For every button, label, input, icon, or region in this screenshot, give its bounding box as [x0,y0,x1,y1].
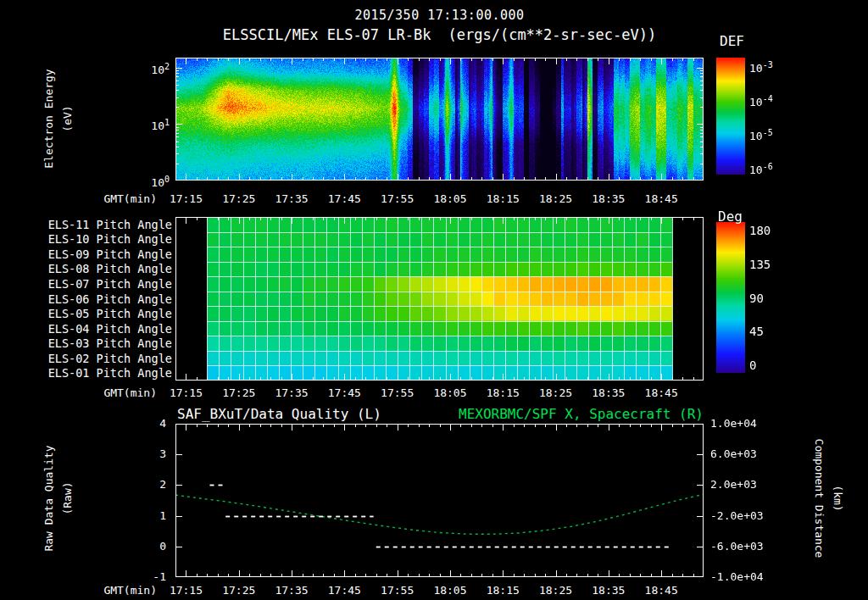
energy-tick-label: 101 [129,116,170,133]
pitch-row-label: ELS-10 Pitch Angle [47,232,172,246]
time-tick-label: 17:25 [218,386,260,400]
electron-energy-axis-units: (eV) [61,105,74,131]
time-tick-label: 17:45 [323,584,365,597]
pitch-row-label: ELS-05 Pitch Angle [47,307,172,320]
electron-energy-axis-label: Electron Energy [42,69,55,168]
time-tick-label: 18:45 [640,192,682,206]
datetime-title: 2015/350 17:13:00.000 [175,8,704,23]
time-tick-label: 17:15 [164,386,207,400]
deg-colorbar-tick-label: 90 [749,292,764,305]
raw-quality-tick-label: -1 [125,570,166,584]
time-tick-label: 17:55 [376,584,419,597]
time-tick-label: 18:05 [429,584,471,597]
spectrogram-title-text: ELSSCIL/MEx ELS-07 LR-Bk [223,26,431,43]
electron-spectrogram-canvas [175,58,704,181]
deg-colorbar-tick-label: 135 [749,258,771,271]
time-tick-label: 18:35 [587,386,630,400]
pitch-row-label: ELS-07 Pitch Angle [47,277,172,291]
time-tick-label: 17:15 [164,192,207,206]
def-colorbar-tick-label: 10-6 [749,160,773,177]
deg-colorbar-tick-label: 45 [749,325,764,338]
gmt-label-panel3: GMT(min) [93,584,157,597]
time-tick-label: 17:35 [270,192,313,206]
time-tick-label: 18:35 [587,192,630,206]
time-tick-label: 18:45 [640,584,682,597]
raw-quality-tick-label: 0 [125,540,166,553]
spectrogram-units-text: (ergs/(cm**2-sr-sec-eV)) [448,26,657,43]
time-tick-label: 18:15 [481,584,524,597]
time-tick-label: 18:45 [640,386,682,400]
raw-quality-tick-label: 2 [125,478,166,492]
time-tick-label: 17:45 [323,386,365,400]
raw-quality-tick-label: 1 [125,509,166,523]
deg-colorbar-tick-label: 0 [749,358,756,372]
time-tick-label: 18:15 [481,386,524,400]
time-tick-label: 18:35 [587,584,630,597]
time-tick-label: 18:05 [429,386,471,400]
time-tick-label: 18:25 [535,386,577,400]
time-tick-label: 17:35 [270,584,313,597]
pitch-row-label: ELS-02 Pitch Angle [47,352,172,365]
raw-quality-axis-units: (Raw) [61,481,74,514]
pitch-row-label: ELS-04 Pitch Angle [47,322,172,336]
pitch-row-label: ELS-03 Pitch Angle [47,336,172,350]
time-tick-label: 17:15 [164,584,207,597]
pitch-row-label: ELS-06 Pitch Angle [47,292,172,306]
spectrogram-title: ELSSCIL/MEx ELS-07 LR-Bk(ergs/(cm**2-sr-… [85,26,794,43]
def-colorbar-tick-label: 10-3 [749,58,773,75]
time-tick-label: 18:05 [429,192,471,206]
def-colorbar-canvas [716,58,745,175]
distance-tick-label: 1.0e+04 [710,417,757,431]
distance-tick-label: -2.0e+03 [710,509,764,523]
time-tick-label: 18:15 [481,192,524,206]
deg-colorbar-tick-label: 180 [749,224,771,237]
pitch-angle-canvas [175,217,704,381]
component-distance-axis-label: Component Distance [813,439,826,558]
pitch-row-label: ELS-11 Pitch Angle [47,218,172,231]
time-tick-label: 17:35 [270,386,313,400]
component-distance-axis-units: (km) [832,485,844,511]
pitch-row-label: ELS-09 Pitch Angle [47,247,172,261]
time-tick-label: 17:55 [376,386,419,400]
energy-tick-label: 102 [129,60,170,77]
time-tick-label: 17:55 [376,192,419,206]
quality-distance-canvas [175,424,704,577]
raw-quality-tick-label: 4 [125,417,166,431]
quality-series-title: SAF_BXuT/Data Quality (L) [177,406,381,422]
time-tick-label: 18:25 [535,192,577,206]
science-plot-display: 2015/350 17:13:00.000 ELSSCIL/MEx ELS-07… [0,0,868,600]
energy-tick-label: 100 [129,173,170,190]
deg-colorbar-canvas [716,222,745,373]
distance-tick-label: 6.0e+03 [710,447,757,461]
raw-quality-axis-label: Raw Data Quality [42,445,55,551]
time-tick-label: 17:45 [323,192,365,206]
gmt-label-panel1: GMT(min) [93,192,157,206]
distance-tick-label: 2.0e+03 [710,478,757,492]
time-tick-label: 18:25 [535,584,577,597]
def-colorbar-tick-label: 10-5 [749,126,773,143]
pitch-row-label: ELS-01 Pitch Angle [47,366,172,380]
def-colorbar-title: DEF [720,33,744,49]
deg-colorbar-title: Deg [718,208,743,225]
pitch-row-label: ELS-08 Pitch Angle [47,262,172,275]
def-colorbar-tick-label: 10-4 [749,92,773,109]
distance-tick-label: -1.0e+04 [710,570,764,584]
time-tick-label: 17:25 [218,584,260,597]
time-tick-label: 17:25 [218,192,260,206]
spacecraft-series-title: MEXORBMC/SPF X, Spacecraft (R) [364,406,704,422]
gmt-label-panel2: GMT(min) [93,386,157,400]
distance-tick-label: -6.0e+03 [710,540,764,553]
raw-quality-tick-label: 3 [125,447,166,461]
